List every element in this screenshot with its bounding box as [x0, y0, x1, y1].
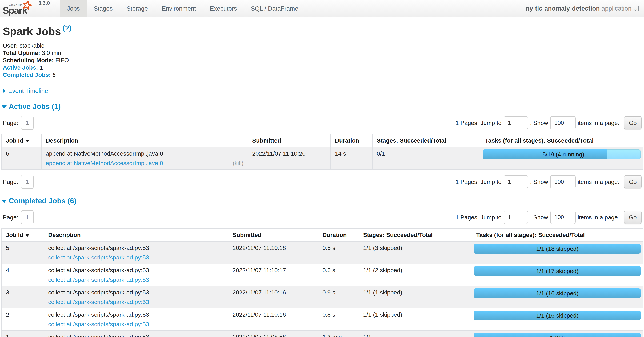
items-text: items in a page. [578, 120, 620, 126]
progress-label: 16/16 [474, 333, 640, 337]
description-cell: append at NativeMethodAccessorImpl.java:… [42, 147, 248, 169]
pages-jump-text: 1 Pages. Jump to [456, 120, 502, 126]
job-id-cell: 5 [2, 242, 44, 264]
col-tasks[interactable]: Tasks (for all stages): Succeeded/Total [481, 134, 643, 147]
pages-jump-text: 1 Pages. Jump to [456, 214, 502, 221]
jump-to-input[interactable] [504, 211, 528, 224]
page-label: Page: [3, 214, 18, 221]
tasks-progress-bar: 1/1 (18 skipped) [474, 244, 640, 254]
progress-label: 1/1 (16 skipped) [474, 311, 640, 320]
tasks-cell: 1/1 (16 skipped) [472, 286, 643, 308]
page-number-input[interactable] [21, 175, 34, 189]
chevron-right-icon [3, 89, 6, 93]
tasks-progress-bar: 1/1 (17 skipped) [474, 266, 640, 276]
col-job-id[interactable]: Job Id [2, 134, 42, 147]
job-description-text: collect at /spark-scripts/spark-ad.py:53 [48, 289, 224, 296]
submitted-cell: 2022/11/07 11:10:18 [228, 242, 318, 264]
active-jobs-table: Job Id Description Submitted Duration St… [2, 134, 643, 170]
col-tasks[interactable]: Tasks (for all stages): Succeeded/Total [472, 229, 643, 242]
job-detail-link[interactable]: append at NativeMethodAccessorImpl.java:… [46, 160, 163, 166]
stages-cell: 0/1 [372, 147, 481, 169]
job-id-cell: 2 [2, 308, 44, 331]
jump-to-input[interactable] [504, 175, 528, 188]
tab-environment[interactable]: Environment [155, 0, 203, 17]
sort-desc-icon [26, 234, 29, 237]
table-row: 2 collect at /spark-scripts/spark-ad.py:… [2, 308, 643, 331]
kill-job-link[interactable]: (kill) [233, 160, 244, 166]
job-id-cell: 3 [2, 286, 44, 308]
tab-storage[interactable]: Storage [120, 0, 155, 17]
completed-jobs-link[interactable]: Completed Jobs: [3, 71, 51, 78]
tasks-cell: 1/1 (17 skipped) [472, 264, 643, 286]
summary-user: User: stackable [3, 42, 644, 49]
items-per-page-input[interactable] [550, 116, 576, 129]
duration-cell: 0.3 s [318, 264, 359, 286]
col-description[interactable]: Description [42, 134, 248, 147]
col-stages[interactable]: Stages: Succeeded/Total [372, 134, 481, 147]
col-job-id[interactable]: Job Id [2, 229, 44, 242]
tab-sql-dataframe[interactable]: SQL / DataFrame [244, 0, 305, 17]
tasks-cell: 16/16 [472, 331, 643, 337]
duration-cell: 0.5 s [318, 242, 359, 264]
page-number-input[interactable] [21, 116, 34, 130]
summary-active-value: 1 [40, 64, 43, 71]
page-number-input[interactable] [21, 210, 34, 224]
description-cell: collect at /spark-scripts/spark-ad.py:53… [44, 308, 228, 331]
stages-cell: 1/1 (2 skipped) [359, 264, 472, 286]
stages-cell: 1/1 [359, 331, 472, 337]
go-button[interactable]: Go [624, 211, 642, 224]
items-text: items in a page. [578, 214, 620, 221]
active-jobs-section-heading[interactable]: Active Jobs (1) [2, 102, 644, 111]
page-title: Spark Jobs(?) [3, 24, 644, 37]
summary-uptime-label: Total Uptime: [3, 49, 40, 56]
job-description-text: collect at /spark-scripts/spark-ad.py:53 [48, 334, 224, 337]
completed-jobs-table: Job Id Description Submitted Duration St… [2, 228, 643, 337]
col-duration[interactable]: Duration [318, 229, 359, 242]
job-detail-link[interactable]: collect at /spark-scripts/spark-ad.py:53 [48, 299, 149, 305]
chevron-down-icon [2, 200, 6, 203]
items-per-page-input[interactable] [550, 175, 576, 188]
col-submitted[interactable]: Submitted [228, 229, 318, 242]
col-job-id-label: Job Id [6, 232, 23, 238]
show-text: . Show [530, 120, 548, 126]
duration-cell: 0.8 s [318, 308, 359, 331]
go-button[interactable]: Go [624, 175, 642, 188]
items-per-page-input[interactable] [550, 211, 576, 224]
tab-executors[interactable]: Executors [203, 0, 244, 17]
col-submitted[interactable]: Submitted [248, 134, 330, 147]
job-summary-list: User: stackable Total Uptime: 3.0 min Sc… [3, 42, 644, 78]
page-label: Page: [3, 120, 18, 126]
page-label: Page: [3, 179, 18, 185]
job-detail-link[interactable]: collect at /spark-scripts/spark-ad.py:53 [48, 276, 149, 283]
progress-label: 15/19 (4 running) [483, 149, 640, 159]
col-duration[interactable]: Duration [330, 134, 372, 147]
description-cell: collect at /spark-scripts/spark-ad.py:53… [44, 286, 228, 308]
spark-version: 3.3.0 [38, 0, 52, 17]
tab-jobs[interactable]: Jobs [60, 0, 87, 17]
chevron-down-icon [2, 105, 6, 109]
go-button[interactable]: Go [624, 116, 642, 129]
active-jobs-link[interactable]: Active Jobs: [3, 64, 38, 71]
summary-user-label: User: [3, 42, 18, 49]
completed-jobs-section-heading[interactable]: Completed Jobs (6) [2, 197, 644, 205]
job-id-cell: 6 [2, 147, 42, 169]
col-stages[interactable]: Stages: Succeeded/Total [359, 229, 472, 242]
duration-cell: 0.9 s [318, 286, 359, 308]
submitted-cell: 2022/11/07 11:10:16 [228, 286, 318, 308]
active-jobs-pagination-top: Page: 1 Pages. Jump to . Show items in a… [3, 116, 642, 130]
spark-logo[interactable]: APACHE Spark [0, 0, 38, 17]
col-description[interactable]: Description [44, 229, 228, 242]
tab-stages[interactable]: Stages [87, 0, 120, 17]
progress-label: 1/1 (16 skipped) [474, 288, 640, 298]
job-detail-link[interactable]: collect at /spark-scripts/spark-ad.py:53 [48, 321, 149, 328]
pager-controls: 1 Pages. Jump to . Show items in a page.… [454, 211, 642, 224]
table-row: 6 append at NativeMethodAccessorImpl.jav… [2, 147, 643, 169]
table-row: 5 collect at /spark-scripts/spark-ad.py:… [2, 242, 643, 264]
jump-to-input[interactable] [504, 116, 528, 129]
help-link[interactable]: (?) [62, 24, 72, 32]
table-row: 4 collect at /spark-scripts/spark-ad.py:… [2, 264, 643, 286]
event-timeline-toggle[interactable]: Event Timeline [3, 87, 644, 94]
event-timeline-label: Event Timeline [8, 87, 48, 94]
job-detail-link[interactable]: collect at /spark-scripts/spark-ad.py:53 [48, 254, 149, 261]
application-name-strong: ny-tlc-anomaly-detection [526, 5, 600, 12]
